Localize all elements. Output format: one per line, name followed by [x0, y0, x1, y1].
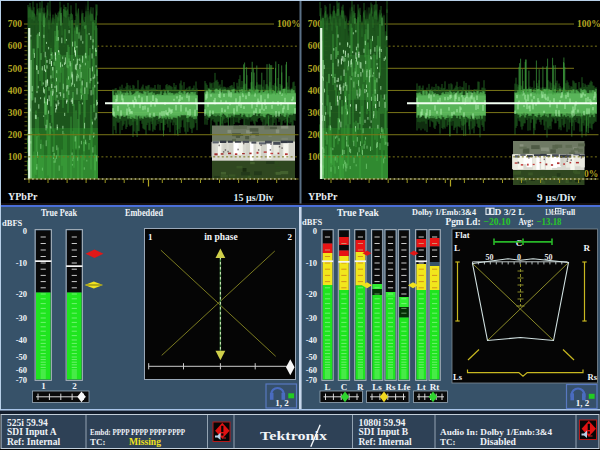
- svg-text:Audio In: Dolby 1/Emb:3&4: Audio In: Dolby 1/Emb:3&4: [440, 427, 552, 437]
- svg-text:Embedded: Embedded: [125, 208, 164, 218]
- svg-text:-40: -40: [306, 335, 317, 345]
- svg-text:1080i 59.94: 1080i 59.94: [359, 418, 406, 428]
- svg-text:-60: -60: [16, 365, 27, 375]
- svg-text:LM:: LM:: [546, 207, 556, 217]
- svg-text:-70: -70: [16, 375, 27, 385]
- svg-text:Rs: Rs: [588, 372, 598, 382]
- svg-text:-50: -50: [306, 352, 317, 362]
- svg-text:SDI Input A: SDI Input A: [7, 427, 57, 437]
- svg-text:Avg:: Avg:: [519, 217, 534, 227]
- svg-text:TC:: TC:: [440, 437, 456, 447]
- svg-text:1: 1: [148, 232, 153, 242]
- svg-text:Ref: Internal: Ref: Internal: [7, 437, 60, 447]
- svg-text:0: 0: [23, 226, 27, 236]
- svg-text:-60: -60: [306, 365, 317, 375]
- svg-text:Pgm Ld:: Pgm Ld:: [446, 217, 481, 227]
- svg-text:600: 600: [8, 41, 23, 51]
- svg-text:Lt: Lt: [417, 382, 426, 392]
- svg-text:Ls: Ls: [372, 382, 382, 392]
- svg-text:2: 2: [72, 381, 77, 391]
- svg-text:dBFS: dBFS: [2, 218, 23, 228]
- svg-text:-10: -10: [306, 258, 317, 268]
- svg-text:Flat: Flat: [455, 230, 470, 240]
- svg-text:Full: Full: [562, 207, 576, 217]
- svg-text:C: C: [341, 382, 348, 392]
- svg-text:Ref: Internal: Ref: Internal: [359, 437, 412, 447]
- svg-text:True Peak: True Peak: [337, 208, 379, 218]
- svg-text:Embd: PPPP PPPP PPPP PPPP: Embd: PPPP PPPP PPPP PPPP: [90, 427, 185, 437]
- svg-text:in phase: in phase: [204, 232, 238, 242]
- svg-text:-50: -50: [16, 352, 27, 362]
- svg-text:Dolby 1/Emb:3&4: Dolby 1/Emb:3&4: [412, 207, 476, 217]
- svg-text:525i 59.94: 525i 59.94: [7, 418, 48, 428]
- svg-text:TC:: TC:: [90, 437, 106, 447]
- svg-text:L: L: [454, 243, 460, 253]
- svg-text:400: 400: [8, 86, 23, 96]
- svg-text:Rt: Rt: [430, 382, 440, 392]
- svg-text:−20.10: −20.10: [484, 217, 511, 227]
- svg-text:-20: -20: [306, 289, 317, 299]
- svg-text:C: C: [516, 238, 523, 248]
- svg-text:R: R: [357, 382, 364, 392]
- svg-text:-30: -30: [306, 313, 317, 323]
- svg-text:0: 0: [313, 226, 317, 236]
- svg-text:9 µs/Div: 9 µs/Div: [537, 192, 576, 203]
- svg-text:2: 2: [288, 232, 293, 242]
- svg-text:Disabled: Disabled: [480, 437, 517, 447]
- svg-text:L: L: [324, 382, 330, 392]
- svg-text:1, 2: 1, 2: [576, 398, 590, 408]
- svg-text:1: 1: [41, 381, 46, 391]
- svg-text:500: 500: [8, 64, 23, 74]
- svg-text:-40: -40: [16, 335, 27, 345]
- svg-text:100%: 100%: [577, 19, 600, 29]
- svg-text:700: 700: [8, 19, 23, 29]
- svg-text:100: 100: [8, 152, 23, 162]
- svg-text:1, 2: 1, 2: [275, 398, 289, 408]
- svg-text:−13.18: −13.18: [537, 217, 562, 227]
- svg-text:-70: -70: [306, 375, 317, 385]
- svg-text:300: 300: [8, 108, 23, 118]
- svg-text:Rs: Rs: [385, 382, 395, 392]
- svg-text:SDI Input B: SDI Input B: [359, 427, 409, 437]
- svg-text:Tektronix: Tektronix: [260, 428, 327, 443]
- svg-text:-20: -20: [16, 289, 27, 299]
- svg-text:Ls: Ls: [453, 372, 463, 382]
- svg-text:15 µs/Div: 15 µs/Div: [234, 192, 274, 203]
- svg-text:Lfe: Lfe: [398, 382, 411, 392]
- svg-text:-30: -30: [16, 313, 27, 323]
- svg-text:D 3/2 L: D 3/2 L: [495, 207, 525, 217]
- svg-text:200: 200: [8, 130, 23, 140]
- svg-text:YPbPr: YPbPr: [308, 191, 338, 202]
- svg-text:Missing: Missing: [129, 437, 161, 447]
- svg-text:100%: 100%: [277, 19, 301, 29]
- svg-text:-10: -10: [16, 258, 27, 268]
- svg-text:YPbPr: YPbPr: [8, 191, 38, 202]
- svg-text:R: R: [584, 243, 591, 253]
- svg-text:0%: 0%: [584, 169, 598, 179]
- svg-text:True Peak: True Peak: [41, 208, 78, 218]
